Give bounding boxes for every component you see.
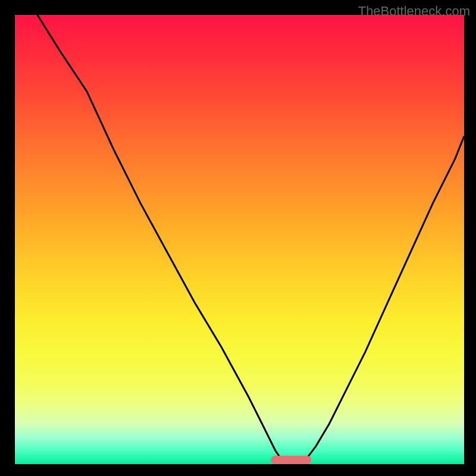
chart-container: TheBottleneck.com bbox=[0, 0, 476, 476]
bottleneck-curve-right bbox=[302, 136, 464, 464]
watermark-text: TheBottleneck.com bbox=[358, 4, 470, 19]
optimal-range-marker bbox=[271, 456, 311, 464]
bottleneck-curve-left bbox=[37, 15, 284, 464]
plot-area bbox=[15, 15, 464, 464]
curve-svg bbox=[15, 15, 464, 464]
